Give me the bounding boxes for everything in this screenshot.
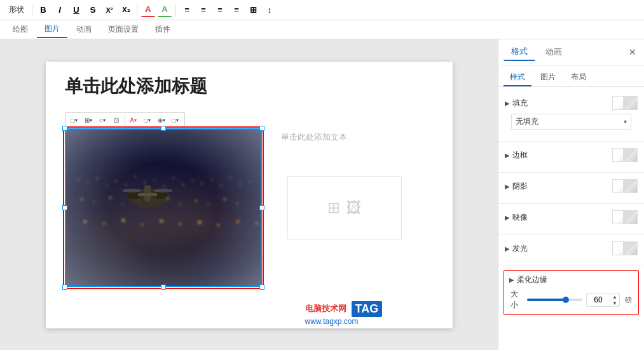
toolbar-text-highlight[interactable]: A [158, 3, 172, 17]
reflection-preview[interactable] [612, 210, 638, 224]
toolbar-divider-1 [32, 4, 32, 16]
right-panel: 格式 动画 ✕ 样式 图片 布局 ▶ 填充 无填充 ▾ [498, 39, 644, 350]
tab-animation[interactable]: 动画 [69, 22, 99, 37]
toolbar-shapes[interactable]: 形状 [5, 3, 28, 17]
size-label: 大小 [510, 289, 523, 311]
section-shadow: ▶ 阴影 [498, 175, 644, 201]
handle-middle-right[interactable] [259, 205, 264, 210]
section-border: ▶ 边框 [498, 144, 644, 170]
canvas-area[interactable]: 单击此处添加标题 □▾ ⊞▾ ○▾ ⊡ A▾ □▾ ⊕▾ □▾ [0, 39, 498, 350]
watermark: 电脑技术网 TAG www.tagxp.com [300, 299, 453, 328]
shadow-preview[interactable] [612, 179, 638, 193]
handle-bottom-right[interactable] [259, 285, 264, 290]
fill-label: 填充 [512, 98, 612, 109]
toolbar-align-left[interactable]: ≡ [180, 3, 194, 17]
selection-border [65, 128, 262, 287]
toolbar-indent[interactable]: ↕ [263, 3, 277, 17]
toolbar-superscript[interactable]: X² [102, 3, 116, 17]
handle-top-left[interactable] [62, 126, 67, 131]
size-slider[interactable] [527, 299, 582, 301]
placeholder-icons[interactable]: ⊞ 🖼 [287, 176, 402, 239]
handle-top-right[interactable] [259, 126, 264, 131]
soft-edge-section: ▶ 柔化边缘 大小 ▲ ▼ 磅 [504, 270, 639, 315]
watermark-site: 电脑技术网 [305, 303, 346, 314]
panel-tab-animation[interactable]: 动画 [538, 44, 570, 60]
fill-dropdown-arrow: ▾ [624, 118, 627, 125]
section-fill: ▶ 填充 无填充 ▾ [498, 92, 644, 138]
toolbar-subscript[interactable]: X₂ [119, 3, 133, 17]
fill-dropdown[interactable]: 无填充 ▾ [511, 114, 631, 130]
reflection-arrow: ▶ [505, 214, 510, 221]
panel-sub-tab-layout[interactable]: 布局 [565, 69, 593, 86]
mini-tb-image[interactable]: ⊞▾ [82, 114, 95, 127]
mini-tb-border[interactable]: □▾ [141, 114, 154, 127]
handle-middle-left[interactable] [62, 205, 67, 210]
reflection-label: 映像 [512, 212, 612, 223]
panel-content: ▶ 填充 无填充 ▾ ▶ 边框 [498, 87, 644, 350]
handle-bottom-middle[interactable] [161, 285, 166, 290]
toolbar-italic[interactable]: I [53, 3, 67, 17]
border-arrow: ▶ [505, 152, 510, 159]
toolbar-underline[interactable]: U [69, 3, 83, 17]
size-unit: 磅 [625, 295, 632, 305]
slide[interactable]: 单击此处添加标题 □▾ ⊞▾ ○▾ ⊡ A▾ □▾ ⊕▾ □▾ [46, 62, 453, 328]
fill-dropdown-row: 无填充 ▾ [505, 114, 638, 130]
divider-4 [498, 234, 644, 235]
panel-sub-tab-picture[interactable]: 图片 [534, 69, 562, 86]
tab-image[interactable]: 图片 [37, 21, 67, 38]
glow-preview[interactable] [612, 241, 638, 255]
panel-header: 格式 动画 ✕ [498, 39, 644, 65]
toolbar-align-right[interactable]: ≡ [213, 3, 227, 17]
toolbar-bold[interactable]: B [36, 3, 50, 17]
mini-tb-shape[interactable]: □▾ [68, 114, 81, 127]
toolbar-align-center[interactable]: ≡ [196, 3, 210, 17]
slide-text-placeholder[interactable]: 单击此处添加文本 [281, 131, 347, 143]
section-border-header[interactable]: ▶ 边框 [505, 148, 638, 162]
placeholder-table-icon: ⊞ [327, 199, 340, 217]
watermark-tag: TAG [352, 301, 383, 317]
image-container[interactable] [65, 128, 262, 287]
toolbar-columns[interactable]: ⊞ [246, 3, 260, 17]
border-preview[interactable] [612, 148, 638, 162]
section-glow-header[interactable]: ▶ 发光 [505, 241, 638, 255]
size-spinners: ▲ ▼ [610, 293, 619, 306]
fill-value: 无填充 [516, 116, 538, 127]
mini-tb-table[interactable]: ⊡ [110, 114, 123, 127]
section-reflection: ▶ 映像 [498, 206, 644, 232]
size-increment[interactable]: ▲ [610, 293, 619, 300]
mini-tb-add[interactable]: ⊕▾ [155, 114, 168, 127]
main-area: 单击此处添加标题 □▾ ⊞▾ ○▾ ⊡ A▾ □▾ ⊕▾ □▾ [0, 39, 644, 350]
panel-close-button[interactable]: ✕ [626, 46, 639, 58]
section-fill-header[interactable]: ▶ 填充 [505, 96, 638, 110]
mini-tb-arrange[interactable]: □▾ [169, 114, 182, 127]
tab-plugins[interactable]: 插件 [147, 22, 178, 37]
panel-sub-tab-style[interactable]: 样式 [504, 69, 531, 86]
mini-tb-circle[interactable]: ○▾ [96, 114, 109, 127]
glow-arrow: ▶ [505, 245, 510, 252]
handle-bottom-left[interactable] [62, 285, 67, 290]
toolbar-font-color[interactable]: A [141, 3, 155, 17]
panel-sub-tabs: 样式 图片 布局 [498, 65, 644, 87]
size-decrement[interactable]: ▼ [610, 300, 619, 306]
size-value-input[interactable] [587, 294, 610, 306]
tab-draw[interactable]: 绘图 [5, 22, 36, 37]
divider-1 [498, 141, 644, 142]
placeholder-image-icon: 🖼 [346, 199, 362, 217]
soft-edge-header[interactable]: ▶ 柔化边缘 [509, 274, 633, 285]
size-slider-thumb[interactable] [563, 297, 569, 303]
section-reflection-header[interactable]: ▶ 映像 [505, 210, 638, 224]
soft-edge-label: 柔化边缘 [517, 274, 633, 285]
mini-tb-text-color[interactable]: A▾ [127, 114, 140, 127]
toolbar-align-justify[interactable]: ≡ [230, 3, 243, 17]
toolbar-strikethrough[interactable]: S [86, 3, 100, 17]
size-row: 大小 ▲ ▼ 磅 [509, 289, 633, 311]
handle-top-middle[interactable] [161, 126, 166, 131]
size-value-box: ▲ ▼ [586, 293, 620, 307]
section-shadow-header[interactable]: ▶ 阴影 [505, 179, 638, 193]
watermark-url: www.tagxp.com [305, 317, 448, 326]
tab-page-setup[interactable]: 页面设置 [100, 22, 146, 37]
soft-edge-arrow: ▶ [509, 276, 514, 283]
panel-tab-format[interactable]: 格式 [504, 43, 535, 61]
slide-title[interactable]: 单击此处添加标题 [65, 74, 207, 98]
fill-preview[interactable] [612, 96, 638, 110]
